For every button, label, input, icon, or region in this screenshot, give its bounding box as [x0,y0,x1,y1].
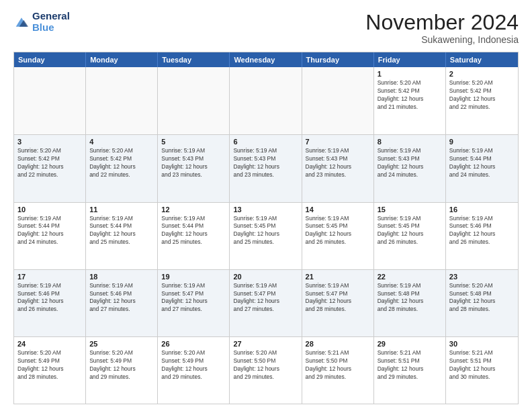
calendar-row-3: 10Sunrise: 5:19 AM Sunset: 5:44 PM Dayli… [14,202,518,269]
day-number: 14 [306,205,370,214]
calendar-cell: 26Sunrise: 5:20 AM Sunset: 5:49 PM Dayli… [158,337,230,404]
header-day-thursday: Thursday [302,52,374,67]
calendar-cell: 5Sunrise: 5:19 AM Sunset: 5:43 PM Daylig… [158,135,230,201]
day-info: Sunrise: 5:19 AM Sunset: 5:45 PM Dayligh… [306,215,370,247]
calendar-header: SundayMondayTuesdayWednesdayThursdayFrid… [14,52,518,67]
calendar: SundayMondayTuesdayWednesdayThursdayFrid… [13,52,519,404]
day-info: Sunrise: 5:19 AM Sunset: 5:47 PM Dayligh… [233,282,298,314]
day-number: 15 [378,205,442,214]
day-number: 11 [89,205,154,214]
day-info: Sunrise: 5:19 AM Sunset: 5:47 PM Dayligh… [306,282,370,314]
day-number: 20 [233,273,298,281]
calendar-cell [230,67,302,134]
day-info: Sunrise: 5:19 AM Sunset: 5:46 PM Dayligh… [17,282,82,314]
day-number: 26 [161,340,226,348]
header-day-wednesday: Wednesday [230,52,302,67]
calendar-cell: 1Sunrise: 5:20 AM Sunset: 5:42 PM Daylig… [374,67,446,134]
day-info: Sunrise: 5:19 AM Sunset: 5:45 PM Dayligh… [378,215,442,247]
calendar-cell: 4Sunrise: 5:20 AM Sunset: 5:42 PM Daylig… [86,135,158,201]
calendar-cell [14,67,86,134]
header-day-friday: Friday [374,52,446,67]
day-number: 16 [449,205,515,214]
header-day-tuesday: Tuesday [158,52,230,67]
calendar-cell: 8Sunrise: 5:19 AM Sunset: 5:43 PM Daylig… [374,135,446,201]
location-subtitle: Sukawening, Indonesia [365,34,519,45]
day-number: 8 [378,138,442,146]
day-info: Sunrise: 5:20 AM Sunset: 5:50 PM Dayligh… [233,349,298,381]
calendar-cell: 19Sunrise: 5:19 AM Sunset: 5:47 PM Dayli… [158,270,230,336]
day-info: Sunrise: 5:21 AM Sunset: 5:50 PM Dayligh… [306,349,370,381]
calendar-cell: 17Sunrise: 5:19 AM Sunset: 5:46 PM Dayli… [14,270,86,336]
day-number: 27 [233,340,298,348]
day-number: 6 [233,138,298,146]
month-title: November 2024 [365,11,519,34]
day-number: 7 [306,138,370,146]
day-number: 18 [89,273,154,281]
day-info: Sunrise: 5:19 AM Sunset: 5:43 PM Dayligh… [161,147,226,179]
day-number: 17 [17,273,82,281]
day-number: 12 [161,205,226,214]
day-number: 22 [378,273,442,281]
calendar-cell [86,67,158,134]
calendar-cell: 14Sunrise: 5:19 AM Sunset: 5:45 PM Dayli… [302,203,374,269]
header-day-sunday: Sunday [14,52,86,67]
day-number: 2 [449,70,515,78]
day-info: Sunrise: 5:20 AM Sunset: 5:42 PM Dayligh… [89,147,154,179]
logo-icon [13,15,30,29]
calendar-cell: 20Sunrise: 5:19 AM Sunset: 5:47 PM Dayli… [230,270,302,336]
day-info: Sunrise: 5:21 AM Sunset: 5:51 PM Dayligh… [449,349,515,381]
day-info: Sunrise: 5:19 AM Sunset: 5:43 PM Dayligh… [233,147,298,179]
day-number: 24 [17,340,82,348]
day-number: 28 [306,340,370,348]
calendar-cell: 29Sunrise: 5:21 AM Sunset: 5:51 PM Dayli… [374,337,446,404]
logo: General Blue [13,11,70,33]
calendar-cell: 6Sunrise: 5:19 AM Sunset: 5:43 PM Daylig… [230,135,302,201]
day-info: Sunrise: 5:20 AM Sunset: 5:49 PM Dayligh… [161,349,226,381]
day-info: Sunrise: 5:20 AM Sunset: 5:49 PM Dayligh… [17,349,82,381]
calendar-cell: 24Sunrise: 5:20 AM Sunset: 5:49 PM Dayli… [14,337,86,404]
day-info: Sunrise: 5:20 AM Sunset: 5:48 PM Dayligh… [449,282,515,314]
day-info: Sunrise: 5:19 AM Sunset: 5:44 PM Dayligh… [89,215,154,247]
calendar-row-2: 3Sunrise: 5:20 AM Sunset: 5:42 PM Daylig… [14,134,518,201]
calendar-cell: 15Sunrise: 5:19 AM Sunset: 5:45 PM Dayli… [374,203,446,269]
day-info: Sunrise: 5:20 AM Sunset: 5:42 PM Dayligh… [449,79,515,111]
day-number: 4 [89,138,154,146]
day-info: Sunrise: 5:19 AM Sunset: 5:43 PM Dayligh… [306,147,370,179]
day-number: 13 [233,205,298,214]
calendar-cell: 9Sunrise: 5:19 AM Sunset: 5:44 PM Daylig… [446,135,518,201]
title-block: November 2024 Sukawening, Indonesia [365,11,519,45]
day-info: Sunrise: 5:20 AM Sunset: 5:49 PM Dayligh… [89,349,154,381]
day-info: Sunrise: 5:19 AM Sunset: 5:47 PM Dayligh… [161,282,226,314]
calendar-cell: 23Sunrise: 5:20 AM Sunset: 5:48 PM Dayli… [446,270,518,336]
calendar-row-5: 24Sunrise: 5:20 AM Sunset: 5:49 PM Dayli… [14,336,518,404]
logo-text: General Blue [32,11,70,33]
day-info: Sunrise: 5:19 AM Sunset: 5:45 PM Dayligh… [233,215,298,247]
calendar-cell: 18Sunrise: 5:19 AM Sunset: 5:46 PM Dayli… [86,270,158,336]
day-info: Sunrise: 5:19 AM Sunset: 5:44 PM Dayligh… [161,215,226,247]
day-info: Sunrise: 5:19 AM Sunset: 5:43 PM Dayligh… [378,147,442,179]
calendar-cell: 25Sunrise: 5:20 AM Sunset: 5:49 PM Dayli… [86,337,158,404]
calendar-cell: 30Sunrise: 5:21 AM Sunset: 5:51 PM Dayli… [446,337,518,404]
calendar-cell: 10Sunrise: 5:19 AM Sunset: 5:44 PM Dayli… [14,203,86,269]
calendar-row-1: 1Sunrise: 5:20 AM Sunset: 5:42 PM Daylig… [14,67,518,134]
calendar-body: 1Sunrise: 5:20 AM Sunset: 5:42 PM Daylig… [14,67,518,404]
day-number: 30 [449,340,515,348]
calendar-cell: 2Sunrise: 5:20 AM Sunset: 5:42 PM Daylig… [446,67,518,134]
day-number: 19 [161,273,226,281]
page: General Blue November 2024 Sukawening, I… [0,0,532,411]
day-number: 29 [378,340,442,348]
day-number: 5 [161,138,226,146]
day-info: Sunrise: 5:19 AM Sunset: 5:44 PM Dayligh… [449,147,515,179]
day-info: Sunrise: 5:19 AM Sunset: 5:46 PM Dayligh… [449,215,515,247]
calendar-cell [302,67,374,134]
calendar-cell: 21Sunrise: 5:19 AM Sunset: 5:47 PM Dayli… [302,270,374,336]
day-info: Sunrise: 5:20 AM Sunset: 5:42 PM Dayligh… [378,79,442,111]
calendar-row-4: 17Sunrise: 5:19 AM Sunset: 5:46 PM Dayli… [14,269,518,336]
calendar-cell: 22Sunrise: 5:19 AM Sunset: 5:48 PM Dayli… [374,270,446,336]
day-number: 23 [449,273,515,281]
day-info: Sunrise: 5:19 AM Sunset: 5:46 PM Dayligh… [89,282,154,314]
day-number: 3 [17,138,82,146]
day-number: 21 [306,273,370,281]
calendar-cell: 27Sunrise: 5:20 AM Sunset: 5:50 PM Dayli… [230,337,302,404]
day-number: 10 [17,205,82,214]
